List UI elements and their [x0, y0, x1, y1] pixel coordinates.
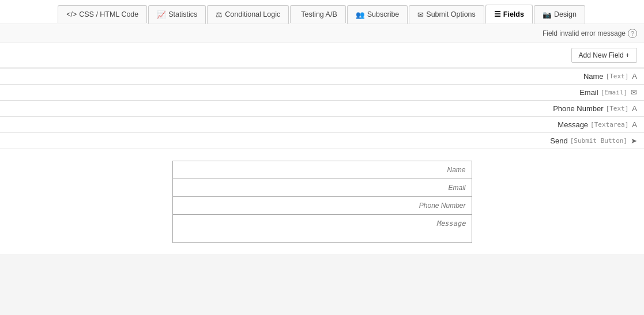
field-type-3: [Textarea]: [590, 121, 628, 128]
field-name-4: Send: [550, 136, 567, 145]
field-row-3[interactable]: Message [Textarea] A: [0, 116, 644, 132]
add-new-field-button[interactable]: Add New Field +: [571, 48, 637, 63]
tab-icon-submit-options: ✉: [417, 10, 424, 19]
preview-input-wrap-0: [172, 161, 472, 179]
field-row-4[interactable]: Send [Submit Button] ➤: [0, 132, 644, 149]
field-name-2: Phone Number: [553, 104, 603, 113]
tab-label-design: Design: [554, 10, 577, 18]
tab-icon-statistics: 📈: [157, 10, 166, 19]
preview-input-0[interactable]: [173, 161, 472, 179]
tab-icon-conditional-logic: ⚖: [216, 10, 223, 19]
help-icon[interactable]: ?: [628, 29, 637, 38]
preview-textarea-wrap: [172, 214, 472, 243]
field-name-0: Name: [583, 72, 604, 81]
tab-subscribe[interactable]: 👥 Subscribe: [347, 5, 408, 24]
preview-area: [0, 149, 644, 254]
preview-textarea[interactable]: [173, 215, 472, 241]
tab-statistics[interactable]: 📈 Statistics: [148, 5, 206, 24]
add-field-row: Add New Field +: [0, 43, 644, 68]
field-type-0: [Text]: [606, 73, 629, 80]
field-list: Name [Text] A Email [Email] ✉ Phone Numb…: [0, 68, 644, 149]
field-name-3: Message: [558, 120, 588, 129]
field-icon-1: ✉: [631, 88, 637, 97]
preview-input-2[interactable]: [173, 197, 472, 214]
preview-input-wrap-1: [172, 179, 472, 197]
field-type-1: [Email]: [601, 89, 627, 96]
field-icon-4: ➤: [631, 136, 637, 145]
field-icon-0: A: [632, 72, 637, 81]
field-name-1: Email: [579, 88, 598, 97]
tab-icon-design: 📷: [543, 10, 552, 19]
field-row-1[interactable]: Email [Email] ✉: [0, 84, 644, 100]
main-content: Field invalid error message ? Add New Fi…: [0, 24, 644, 254]
tab-label-css-html: CSS / HTML Code: [79, 10, 138, 18]
tab-submit-options[interactable]: ✉ Submit Options: [409, 5, 484, 24]
preview-input-1[interactable]: [173, 179, 472, 196]
error-message-label: Field invalid error message: [543, 29, 626, 37]
tab-label-subscribe: Subscribe: [367, 10, 400, 18]
tab-bar: </> CSS / HTML Code📈 Statistics⚖ Conditi…: [0, 0, 644, 24]
tab-label-conditional-logic: Conditional Logic: [225, 10, 280, 18]
field-type-2: [Text]: [606, 105, 629, 112]
error-message-bar: Field invalid error message ?: [0, 24, 644, 43]
tab-conditional-logic[interactable]: ⚖ Conditional Logic: [207, 5, 289, 24]
tab-label-fields: Fields: [503, 10, 524, 18]
tab-fields[interactable]: ☰ Fields: [485, 5, 533, 24]
tab-css-html[interactable]: </> CSS / HTML Code: [58, 5, 147, 23]
tab-icon-css-html: </>: [66, 10, 77, 18]
field-row-0[interactable]: Name [Text] A: [0, 68, 644, 84]
tab-icon-fields: ☰: [494, 10, 501, 18]
tab-label-testing-ab: Testing A/B: [301, 10, 337, 18]
tab-label-submit-options: Submit Options: [426, 10, 475, 18]
field-icon-3: A: [632, 120, 637, 129]
field-row-2[interactable]: Phone Number [Text] A: [0, 100, 644, 116]
tab-label-statistics: Statistics: [168, 10, 197, 18]
field-type-4: [Submit Button]: [570, 137, 627, 145]
tab-testing-ab[interactable]: Testing A/B: [290, 5, 346, 23]
tab-icon-subscribe: 👥: [356, 10, 365, 19]
preview-input-wrap-2: [172, 196, 472, 215]
tab-design[interactable]: 📷 Design: [534, 5, 585, 24]
field-icon-2: A: [632, 104, 637, 113]
